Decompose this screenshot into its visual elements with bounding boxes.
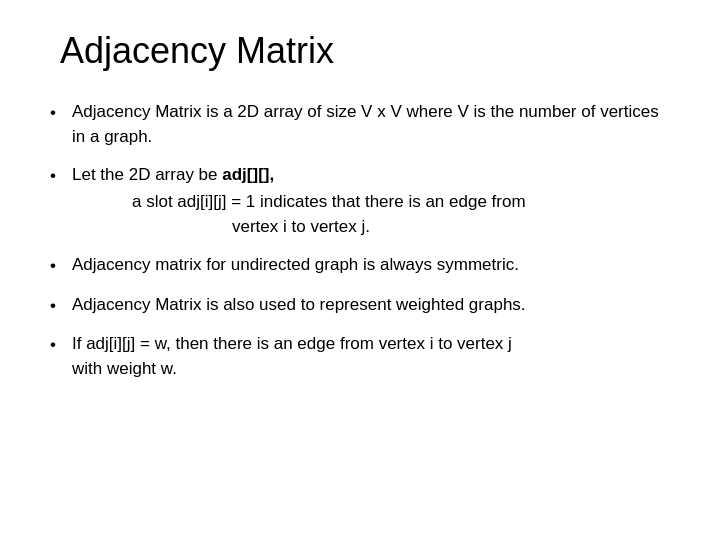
list-item: • Let the 2D array be adj[][], a slot ad…	[50, 163, 670, 239]
slide-title: Adjacency Matrix	[60, 30, 670, 72]
bullet-dot: •	[50, 294, 72, 319]
bullet-text: If adj[i][j] = w, then there is an edge …	[72, 332, 670, 381]
bullet-dot: •	[50, 254, 72, 279]
centered-line: vertex i to vertex j.	[232, 217, 370, 236]
bullet-dot: •	[50, 333, 72, 358]
list-item: • If adj[i][j] = w, then there is an edg…	[50, 332, 670, 381]
list-item: • Adjacency matrix for undirected graph …	[50, 253, 670, 279]
bullet-dot: •	[50, 101, 72, 126]
list-item: • Adjacency Matrix is a 2D array of size…	[50, 100, 670, 149]
bullet-list: • Adjacency Matrix is a 2D array of size…	[50, 100, 670, 396]
bullet-text: Adjacency Matrix is a 2D array of size V…	[72, 100, 670, 149]
bullet-text: Adjacency matrix for undirected graph is…	[72, 253, 670, 278]
indent-block: a slot adj[i][j] = 1 indicates that ther…	[132, 190, 670, 239]
list-item: • Adjacency Matrix is also used to repre…	[50, 293, 670, 319]
slide-container: Adjacency Matrix • Adjacency Matrix is a…	[0, 0, 720, 540]
bullet-text: Adjacency Matrix is also used to represe…	[72, 293, 670, 318]
bullet-text: Let the 2D array be adj[][], a slot adj[…	[72, 163, 670, 239]
bullet-dot: •	[50, 164, 72, 189]
